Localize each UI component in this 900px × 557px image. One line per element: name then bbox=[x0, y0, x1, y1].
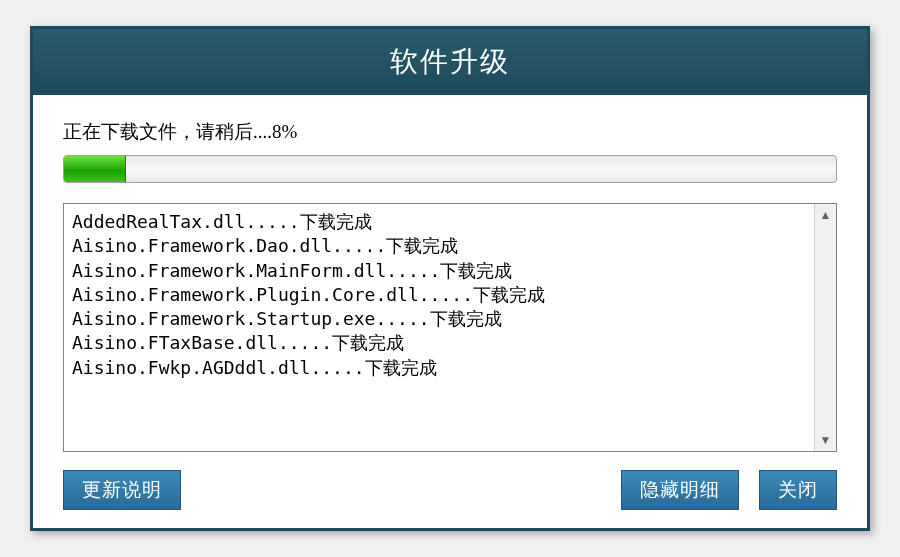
status-prefix: 正在下载文件，请稍后.... bbox=[63, 121, 272, 142]
scrollbar[interactable]: ▲ ▼ bbox=[814, 204, 836, 451]
right-button-group: 隐藏明细 关闭 bbox=[621, 470, 837, 510]
close-button[interactable]: 关闭 bbox=[759, 470, 837, 510]
button-row: 更新说明 隐藏明细 关闭 bbox=[63, 470, 837, 510]
progress-fill bbox=[64, 156, 126, 182]
status-percent: 8% bbox=[272, 121, 297, 142]
scroll-down-icon[interactable]: ▼ bbox=[819, 433, 833, 447]
log-panel: AddedRealTax.dll.....下载完成 Aisino.Framewo… bbox=[63, 203, 837, 452]
download-status: 正在下载文件，请稍后....8% bbox=[63, 119, 837, 145]
upgrade-dialog: 软件升级 正在下载文件，请稍后....8% AddedRealTax.dll..… bbox=[30, 26, 870, 531]
dialog-title: 软件升级 bbox=[33, 29, 867, 95]
log-text: AddedRealTax.dll.....下载完成 Aisino.Framewo… bbox=[64, 204, 814, 451]
hide-details-button[interactable]: 隐藏明细 bbox=[621, 470, 739, 510]
update-notes-button[interactable]: 更新说明 bbox=[63, 470, 181, 510]
scroll-up-icon[interactable]: ▲ bbox=[819, 208, 833, 222]
dialog-content: 正在下载文件，请稍后....8% AddedRealTax.dll.....下载… bbox=[33, 95, 867, 528]
progress-bar bbox=[63, 155, 837, 183]
